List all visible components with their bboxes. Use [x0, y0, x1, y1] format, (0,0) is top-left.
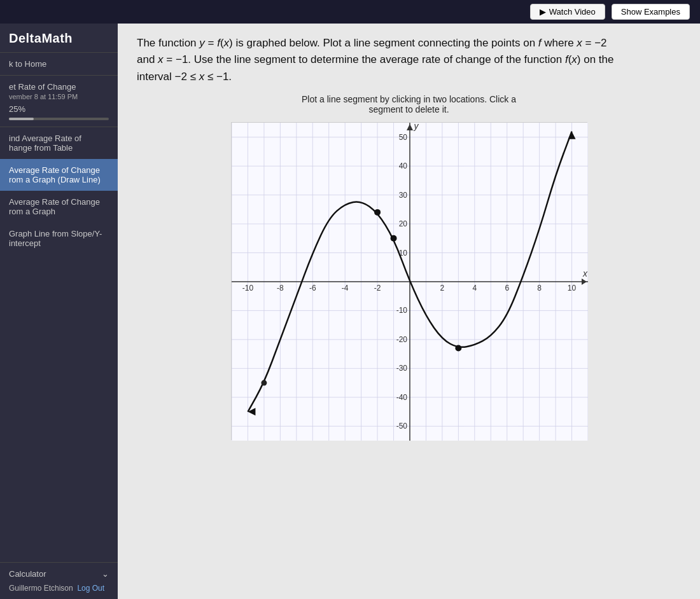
- sidebar-item-graph-line[interactable]: Graph Line from Slope/Y- intercept: [0, 223, 118, 254]
- sidebar-assignment-title: et Rate of Change vember 8 at 11:59 PM 2…: [0, 76, 118, 127]
- progress-bar-fill: [9, 118, 34, 120]
- back-home-label: k to Home: [9, 59, 46, 69]
- avg-graph-draw-label2: rom a Graph (Draw Line): [9, 175, 109, 184]
- logo[interactable]: DeltaMath: [0, 24, 118, 52]
- avg-graph-label2: rom a Graph: [9, 207, 109, 216]
- graph-wrapper: [137, 122, 681, 440]
- main-layout: DeltaMath k to Home et Rate of Change ve…: [0, 24, 700, 599]
- avg-graph-label: Average Rate of Change: [9, 197, 109, 207]
- calculator-label: Calculator: [9, 569, 46, 579]
- content-area: The function y = f(x) is graphed below. …: [118, 24, 700, 599]
- sidebar-bottom: Calculator ⌄ Guillermo Etchison Log Out: [0, 562, 118, 599]
- video-icon: ▶: [540, 7, 546, 17]
- sidebar-item-avg-graph[interactable]: Average Rate of Change rom a Graph: [0, 191, 118, 223]
- progress-percent: 25%: [9, 104, 109, 114]
- user-name: Guillermo Etchison: [9, 584, 73, 593]
- graph-line-label2: intercept: [9, 238, 109, 248]
- graph-line-label: Graph Line from Slope/Y-: [9, 229, 109, 238]
- graph-container[interactable]: [231, 122, 587, 440]
- top-bar: ▶ Watch Video Show Examples: [0, 0, 700, 24]
- watch-video-button[interactable]: ▶ Watch Video: [530, 4, 605, 20]
- logout-link[interactable]: Log Out: [77, 584, 104, 593]
- problem-description: The function y = f(x) is graphed below. …: [137, 35, 614, 85]
- graph-canvas[interactable]: [232, 123, 588, 441]
- find-avg-label: ind Average Rate of: [9, 134, 109, 143]
- user-row: Guillermo Etchison Log Out: [9, 584, 109, 593]
- progress-bar: [9, 118, 109, 120]
- calculator-row[interactable]: Calculator ⌄: [9, 569, 109, 579]
- sidebar-back-home[interactable]: k to Home: [0, 53, 118, 75]
- sidebar-item-avg-graph-draw[interactable]: Average Rate of Change rom a Graph (Draw…: [0, 159, 118, 191]
- assignment-title-text: et Rate of Change: [9, 82, 109, 92]
- sidebar: DeltaMath k to Home et Rate of Change ve…: [0, 24, 118, 599]
- find-avg-label2: hange from Table: [9, 143, 109, 153]
- show-examples-label: Show Examples: [621, 7, 680, 17]
- show-examples-button[interactable]: Show Examples: [612, 4, 690, 20]
- sidebar-item-find-avg[interactable]: ind Average Rate of hange from Table: [0, 127, 118, 159]
- chevron-down-icon: ⌄: [102, 569, 109, 579]
- due-date-text: vember 8 at 11:59 PM: [9, 93, 109, 100]
- watch-video-label: Watch Video: [549, 7, 596, 17]
- instruction-text: Plot a line segment by clicking in two l…: [137, 94, 681, 114]
- avg-graph-draw-label: Average Rate of Change: [9, 165, 109, 175]
